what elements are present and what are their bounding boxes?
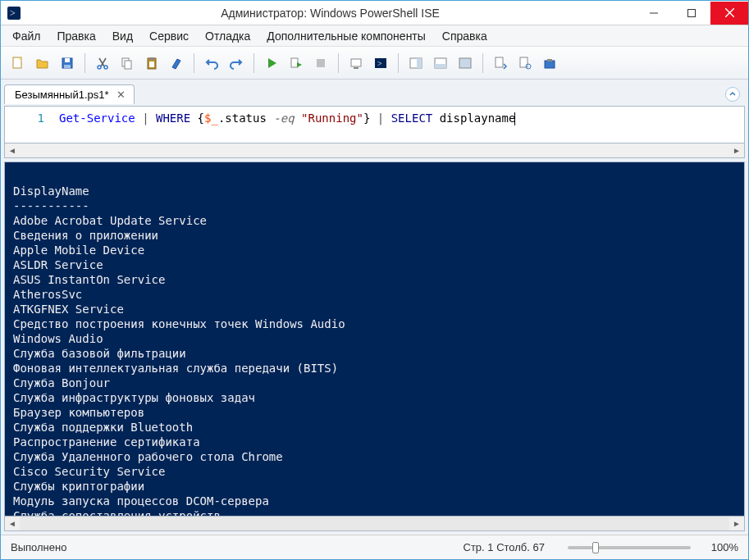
console-line: Служба базовой фильтрации — [13, 347, 186, 360]
console-line: Cisco Security Service — [13, 465, 165, 478]
token-arg: displayname — [440, 112, 516, 125]
close-button[interactable] — [710, 2, 748, 25]
console-line: Браузер компьютеров — [13, 406, 144, 419]
svg-point-12 — [98, 66, 101, 69]
copy-button[interactable] — [116, 52, 138, 74]
console-hscrollbar[interactable]: ◄ ► — [4, 517, 745, 531]
menu-file[interactable]: Файл — [4, 27, 48, 45]
line-gutter: 1 — [5, 107, 54, 143]
svg-rect-29 — [459, 58, 471, 68]
show-script-button[interactable] — [490, 52, 511, 74]
layout-bottom-button[interactable] — [430, 52, 451, 74]
svg-rect-15 — [125, 61, 131, 69]
editor-hscrollbar[interactable]: ◄ ► — [4, 143, 745, 158]
console-line: AtherosSvc — [13, 288, 82, 301]
maximize-button[interactable] — [673, 2, 710, 25]
svg-rect-31 — [520, 57, 527, 67]
console-line: ASLDR Service — [13, 258, 103, 271]
svg-rect-8 — [65, 58, 70, 62]
show-command-button[interactable] — [514, 52, 536, 74]
minimize-button[interactable] — [635, 2, 673, 25]
code-area[interactable]: Get-Service | WHERE {$_.status -eq "Runn… — [54, 107, 744, 143]
token-cmdlet: Get-Service — [59, 112, 135, 125]
scroll-track[interactable] — [20, 517, 729, 530]
collapse-script-button[interactable] — [725, 87, 740, 102]
token-space — [295, 112, 301, 125]
run-button[interactable] — [261, 52, 282, 74]
svg-rect-30 — [496, 57, 503, 67]
console-line: Windows Audio — [13, 332, 103, 345]
new-file-button[interactable] — [7, 52, 29, 74]
console-line: Служба сопоставления устройств — [13, 509, 221, 517]
scroll-track[interactable] — [20, 144, 729, 157]
menu-addons[interactable]: Дополнительные компоненты — [258, 27, 434, 45]
token-variable: $_ — [204, 112, 218, 125]
scroll-right-arrow[interactable]: ► — [729, 144, 744, 157]
console-line: Распространение сертификата — [13, 435, 200, 448]
menu-edit[interactable]: Правка — [48, 27, 103, 45]
stop-button[interactable] — [310, 52, 331, 74]
svg-rect-33 — [545, 61, 555, 68]
console-line: Служба Bonjour — [13, 376, 110, 389]
token-member: status — [225, 112, 267, 125]
tabbar-right — [725, 87, 745, 102]
scroll-left-arrow[interactable]: ◄ — [5, 517, 20, 530]
titlebar: > Администратор: Windows PowerShell ISE — [1, 1, 748, 25]
menu-tools[interactable]: Сервис — [141, 27, 197, 45]
redo-button[interactable] — [226, 52, 247, 74]
console-line: Служба поддержки Bluetooth — [13, 421, 193, 434]
open-button[interactable] — [32, 52, 53, 74]
svg-rect-34 — [547, 59, 552, 61]
token-space — [432, 112, 439, 125]
cut-button[interactable] — [92, 52, 113, 74]
console-line: Службы криптографии — [13, 480, 144, 493]
svg-text:>: > — [377, 59, 382, 68]
tab-close-button[interactable]: ✕ — [116, 89, 127, 101]
console-line: Служба Удаленного рабочего стола Chrome — [13, 450, 283, 463]
menu-debug[interactable]: Отладка — [197, 27, 258, 45]
menu-help[interactable]: Справка — [434, 27, 496, 45]
toolbar-separator — [84, 53, 85, 73]
layout-full-button[interactable] — [454, 52, 476, 74]
line-number: 1 — [38, 112, 44, 125]
toolbar-separator — [194, 53, 194, 73]
console-output[interactable]: DisplayName ----------- Adobe Acrobat Up… — [4, 162, 745, 517]
svg-rect-3 — [688, 9, 696, 16]
console-line: ATKGFNEX Service — [13, 303, 124, 316]
save-button[interactable] — [57, 52, 78, 74]
scroll-left-arrow[interactable]: ◄ — [5, 144, 20, 157]
new-remote-button[interactable] — [345, 52, 367, 74]
zoom-slider[interactable] — [568, 546, 691, 549]
run-selection-button[interactable] — [285, 52, 307, 74]
status-cursor-pos: Стр. 1 Столб. 67 — [450, 541, 559, 553]
clear-button[interactable] — [166, 52, 187, 74]
token-brace: { — [190, 112, 204, 125]
token-keyword: WHERE — [156, 112, 190, 125]
svg-point-13 — [104, 66, 107, 69]
console-divider: ----------- — [13, 199, 89, 212]
menubar: Файл Правка Вид Сервис Отладка Дополните… — [1, 25, 748, 47]
toolbar-separator — [253, 53, 254, 73]
zoom-percent: 100% — [701, 541, 738, 553]
paste-button[interactable] — [141, 52, 162, 74]
undo-button[interactable] — [201, 52, 222, 74]
token-keyword: SELECT — [391, 112, 433, 125]
zoom-slider-thumb[interactable] — [592, 542, 599, 553]
statusbar: Выполнено Стр. 1 Столб. 67 100% — [1, 535, 748, 559]
scroll-right-arrow[interactable]: ► — [729, 517, 744, 530]
script-tab[interactable]: Безымянный1.ps1* ✕ — [4, 84, 135, 104]
window-controls — [635, 2, 748, 25]
svg-rect-21 — [351, 59, 361, 66]
text-cursor — [514, 112, 515, 125]
console-line: Служба инфраструктуры фоновых задач — [13, 391, 255, 404]
tab-label: Безымянный1.ps1* — [15, 89, 109, 101]
menu-view[interactable]: Вид — [104, 27, 141, 45]
layout-right-button[interactable] — [405, 52, 427, 74]
app-window: > Администратор: Windows PowerShell ISE … — [0, 0, 749, 560]
powershell-tab-button[interactable]: > — [370, 52, 391, 74]
toolbox-button[interactable] — [539, 52, 560, 74]
console-line: Средство построения конечных точек Windo… — [13, 317, 345, 330]
script-editor[interactable]: 1 Get-Service | WHERE {$_.status -eq "Ru… — [4, 106, 745, 143]
token-pipe: | — [135, 112, 156, 125]
console-line: Adobe Acrobat Update Service — [13, 214, 207, 227]
